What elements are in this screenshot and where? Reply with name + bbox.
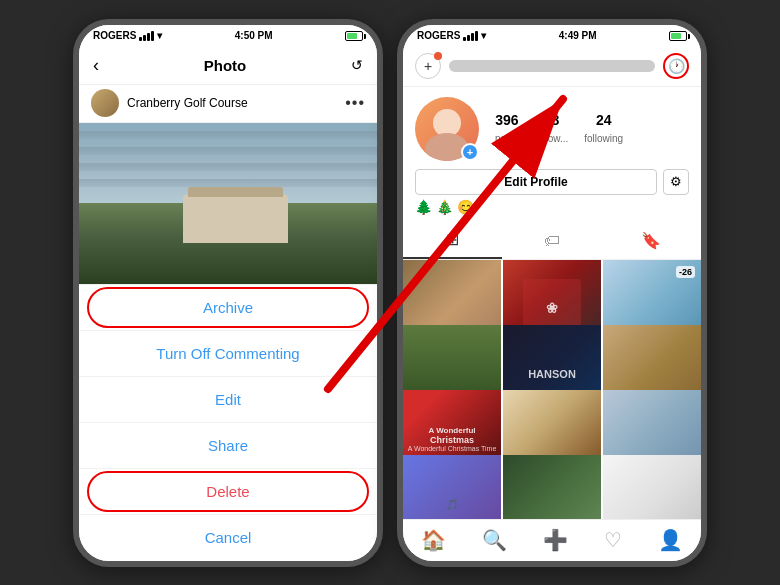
edit-profile-button[interactable]: Edit Profile: [415, 169, 657, 195]
posts-stat: 396 posts: [495, 112, 519, 146]
following-label: following: [584, 133, 623, 144]
stats-row: 396 posts 48 follow... 24 following: [495, 112, 623, 146]
followers-count: 48: [535, 112, 568, 128]
view-tabs: ⊞ 🏷 🔖: [403, 223, 701, 260]
followers-label: follow...: [535, 133, 568, 144]
avatar-wrapper: +: [415, 97, 479, 161]
profile-top: + 396 posts 48 follow... 24 following: [415, 97, 689, 161]
profile-section: + 396 posts 48 follow... 24 following: [403, 87, 701, 223]
bottom-menu: Archive Turn Off Commenting Edit Share D…: [79, 284, 377, 561]
status-left: ROGERS ▾: [93, 30, 162, 41]
photo-clouds: [79, 131, 377, 195]
add-story-button[interactable]: +: [461, 143, 479, 161]
right-time-label: 4:49 PM: [559, 30, 597, 41]
right-battery-fill: [671, 33, 681, 39]
delete-menu-item[interactable]: Delete: [79, 469, 377, 515]
search-tab-icon[interactable]: 🔍: [482, 528, 507, 552]
grid-cell-10[interactable]: 🎵: [403, 455, 501, 518]
cancel-menu-item[interactable]: Cancel: [79, 515, 377, 561]
profile-actions: Edit Profile ⚙: [415, 169, 689, 195]
wifi-icon: ▾: [157, 30, 162, 41]
nav-title: Photo: [204, 57, 247, 74]
following-count: 24: [584, 112, 623, 128]
back-icon[interactable]: ‹: [93, 55, 99, 76]
grid-tab[interactable]: ⊞: [403, 223, 502, 259]
plus-story-button[interactable]: +: [415, 53, 441, 79]
tag-tab[interactable]: 🏷: [502, 223, 601, 259]
emoji-1: 🌲: [415, 199, 432, 215]
emoji-row: 🌲 🎄 😊: [415, 199, 689, 215]
right-status-right: [669, 31, 687, 41]
reload-icon[interactable]: ↺: [351, 57, 363, 73]
right-wifi-icon: ▾: [481, 30, 486, 41]
following-stat: 24 following: [584, 112, 623, 146]
ig-header: + 🕐: [403, 47, 701, 87]
edit-menu-item[interactable]: Edit: [79, 377, 377, 423]
left-phone: ROGERS ▾ 4:50 PM ‹ Photo ↺: [73, 19, 383, 567]
settings-button[interactable]: ⚙: [663, 169, 689, 195]
photo-grid: ❀ -26 HANSON A Wonderful Christmas A Won…: [403, 260, 701, 519]
bottom-tab-bar: 🏠 🔍 ➕ ♡ 👤: [403, 519, 701, 561]
posts-count: 396: [495, 112, 519, 128]
profile-row: Cranberry Golf Course •••: [79, 85, 377, 123]
right-status-left: ROGERS ▾: [417, 30, 486, 41]
signal-bars: [139, 31, 154, 41]
archive-menu-item[interactable]: Archive: [79, 285, 377, 331]
settings-icon: ⚙: [670, 174, 682, 189]
cancel-label: Cancel: [205, 529, 252, 546]
profile-tab-icon[interactable]: 👤: [658, 528, 683, 552]
left-status-bar: ROGERS ▾ 4:50 PM: [79, 25, 377, 47]
right-carrier-label: ROGERS: [417, 30, 460, 41]
status-right: [345, 31, 363, 41]
add-tab-icon[interactable]: ➕: [543, 528, 568, 552]
phones-container: ROGERS ▾ 4:50 PM ‹ Photo ↺: [73, 19, 707, 567]
avatar-small: [91, 89, 119, 117]
edit-label: Edit: [215, 391, 241, 408]
nav-bar: ‹ Photo ↺: [79, 47, 377, 85]
archive-label: Archive: [203, 299, 253, 316]
photo-building: [183, 195, 287, 243]
share-menu-item[interactable]: Share: [79, 423, 377, 469]
profile-name: Cranberry Golf Course: [127, 96, 337, 110]
time-label: 4:50 PM: [235, 30, 273, 41]
turn-off-commenting-label: Turn Off Commenting: [156, 345, 299, 362]
archive-clock-icon: 🕐: [668, 58, 685, 74]
photo-area: [79, 123, 377, 284]
posts-label: posts: [495, 133, 519, 144]
turn-off-commenting-item[interactable]: Turn Off Commenting: [79, 331, 377, 377]
heart-tab-icon[interactable]: ♡: [604, 528, 622, 552]
battery-icon: [345, 31, 363, 41]
grid-cell-12[interactable]: [603, 455, 701, 518]
bookmark-tab[interactable]: 🔖: [602, 223, 701, 259]
edit-profile-label: Edit Profile: [504, 175, 567, 189]
grid-cell-11[interactable]: [503, 455, 601, 518]
right-battery-icon: [669, 31, 687, 41]
carrier-label: ROGERS: [93, 30, 136, 41]
right-signal-bars: [463, 31, 478, 41]
emoji-2: 🎄: [436, 199, 453, 215]
right-phone: ROGERS ▾ 4:49 PM +: [397, 19, 707, 567]
archive-clock-button[interactable]: 🕐: [663, 53, 689, 79]
right-status-bar: ROGERS ▾ 4:49 PM: [403, 25, 701, 47]
home-tab-icon[interactable]: 🏠: [421, 528, 446, 552]
notification-dot: [434, 52, 442, 60]
ig-logo-bar: [449, 60, 655, 72]
followers-stat: 48 follow...: [535, 112, 568, 146]
battery-fill: [347, 33, 357, 39]
more-icon[interactable]: •••: [345, 94, 365, 112]
delete-label: Delete: [206, 483, 249, 500]
emoji-3: 😊: [457, 199, 474, 215]
share-label: Share: [208, 437, 248, 454]
